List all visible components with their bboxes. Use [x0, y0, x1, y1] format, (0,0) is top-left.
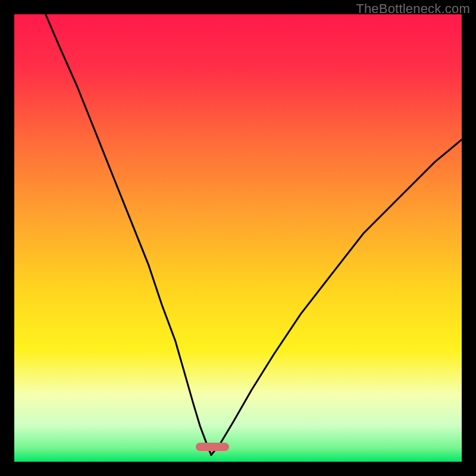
watermark-text: TheBottleneck.com: [356, 1, 470, 17]
right-curve-path: [211, 140, 462, 455]
plot-frame: [14, 14, 462, 462]
optimal-marker: [196, 443, 229, 451]
bottleneck-curve: [14, 14, 462, 462]
left-curve-path: [46, 14, 211, 455]
